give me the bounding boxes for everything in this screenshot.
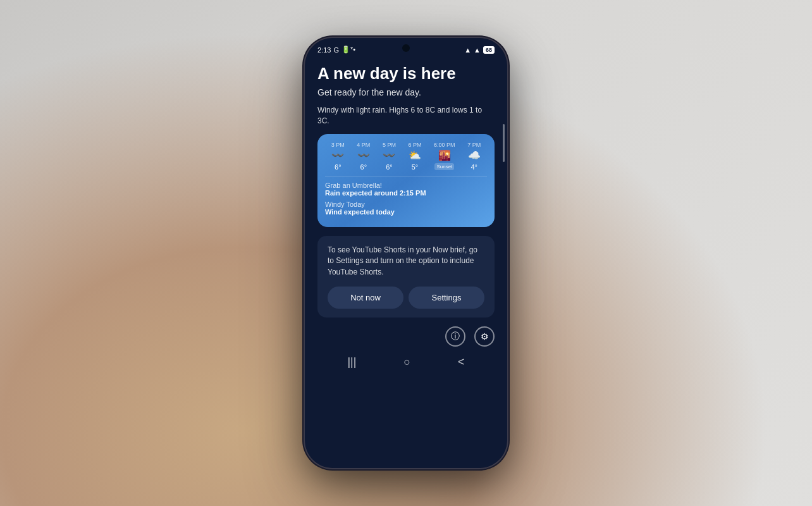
status-carrier: G	[333, 46, 339, 54]
time-col-6pm: 6 PM ⛅ 5°	[409, 142, 422, 171]
rain-alert-detail: Rain expected around 2:15 PM	[325, 189, 487, 197]
time-col-5pm: 5 PM 〰️ 6°	[383, 142, 396, 171]
sunset-icon: 🌇	[438, 151, 451, 161]
time-label-5pm: 5 PM	[383, 142, 396, 148]
temp-3pm: 6°	[335, 163, 341, 171]
time-label-7pm: 7 PM	[467, 142, 481, 148]
recent-apps-button[interactable]: |||	[347, 355, 356, 369]
time-label-6pm: 6 PM	[409, 142, 422, 148]
weather-card: 3 PM 〰️ 6° 4 PM 〰️ 6° 5 PM 〰️ 6°	[317, 134, 495, 227]
battery-percent: 68	[483, 46, 495, 54]
main-title: A new day is here	[317, 64, 495, 83]
info-icon: ⓘ	[451, 331, 460, 342]
status-left: 2:13 G 🔋*•	[317, 46, 355, 54]
youtube-shorts-card: To see YouTube Shorts in your Now brief,…	[317, 236, 495, 318]
time-col-3pm: 3 PM 〰️ 6°	[331, 142, 345, 171]
signal-icon: ▲	[474, 46, 481, 54]
sunset-text: Sunset	[434, 163, 454, 170]
temp-7pm: 4°	[471, 163, 477, 171]
main-content: A new day is here Get ready for the new …	[305, 58, 507, 324]
temp-5pm: 6°	[386, 163, 393, 171]
wind-icon-5pm: 〰️	[383, 151, 395, 161]
weather-times-row: 3 PM 〰️ 6° 4 PM 〰️ 6° 5 PM 〰️ 6°	[325, 142, 487, 171]
navigation-bar: ||| ○ <	[305, 349, 507, 378]
weather-divider	[325, 176, 487, 176]
wind-alert: Windy Today Wind expected today	[325, 201, 487, 216]
rain-alert-title: Grab an Umbrella!	[325, 182, 487, 189]
temp-6pm: 5°	[412, 163, 419, 171]
youtube-shorts-text: To see YouTube Shorts in your Now brief,…	[328, 245, 484, 278]
wind-alert-title: Windy Today	[325, 201, 487, 208]
back-button[interactable]: <	[458, 355, 465, 369]
rain-alert: Grab an Umbrella! Rain expected around 2…	[325, 182, 487, 197]
status-right: ▲ ▲ 68	[464, 46, 495, 54]
status-time: 2:13	[317, 46, 331, 54]
info-icon-button[interactable]: ⓘ	[445, 326, 465, 347]
wind-icon-3pm: 〰️	[331, 151, 344, 161]
temp-4pm: 6°	[360, 163, 367, 171]
cloud-icon-6pm: ⛅	[409, 151, 421, 161]
time-label-3pm: 3 PM	[331, 142, 345, 148]
time-col-sunset: 6:00 PM 🌇 Sunset	[434, 142, 455, 171]
camera-hole	[402, 44, 410, 52]
time-col-4pm: 4 PM 〰️ 6°	[357, 142, 370, 171]
bottom-action-icons: ⓘ ⚙	[305, 324, 507, 349]
wind-alert-detail: Wind expected today	[325, 208, 487, 216]
home-button[interactable]: ○	[403, 355, 410, 369]
cloud-icon-7pm: ☁️	[468, 151, 481, 161]
time-label-sunset: 6:00 PM	[434, 142, 455, 148]
status-icons: 🔋*•	[341, 46, 355, 54]
time-label-4pm: 4 PM	[357, 142, 370, 148]
gear-icon: ⚙	[481, 331, 489, 342]
wind-icon-4pm: 〰️	[357, 151, 370, 161]
scroll-indicator	[503, 124, 505, 162]
settings-icon-button[interactable]: ⚙	[474, 326, 495, 347]
time-col-7pm: 7 PM ☁️ 4°	[467, 142, 481, 171]
phone-screen: 2:13 G 🔋*• ▲ ▲ 68 A new day is here Get …	[305, 38, 507, 468]
wifi-icon: ▲	[464, 46, 471, 54]
weather-description: Windy with light rain. Highs 6 to 8C and…	[317, 105, 495, 126]
settings-button[interactable]: Settings	[409, 287, 484, 309]
not-now-button[interactable]: Not now	[328, 287, 403, 309]
phone-frame: 2:13 G 🔋*• ▲ ▲ 68 A new day is here Get …	[305, 38, 507, 468]
youtube-shorts-buttons: Not now Settings	[328, 287, 484, 309]
sub-title: Get ready for the new day.	[317, 87, 495, 97]
scene: 2:13 G 🔋*• ▲ ▲ 68 A new day is here Get …	[0, 0, 812, 506]
